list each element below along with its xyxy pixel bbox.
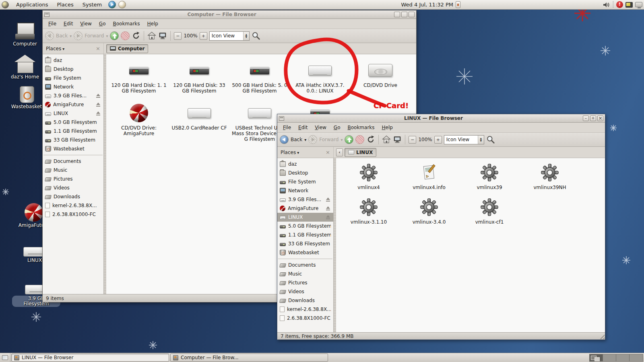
sidebar-item[interactable]: Documents [277,261,333,269]
close-button[interactable] [597,115,603,121]
file-item[interactable]: vmlinux4.info [399,162,459,190]
file-item[interactable]: vmlinux-3.4.0 [399,197,459,225]
zoom-in-button[interactable] [434,136,442,144]
forward-dropdown-icon[interactable] [106,33,108,39]
file-item[interactable]: 120 GB Hard Disk: 1. 1 GB Filesystem [109,60,169,94]
menu-bookmarks[interactable]: Bookmarks [344,123,378,132]
file-item[interactable]: vmlinux-cf1 [459,197,520,225]
spinner-down-icon[interactable] [480,140,482,142]
places-close-icon[interactable]: × [326,149,330,155]
spinner-down-icon[interactable] [245,36,247,38]
volume-icon[interactable] [602,1,610,9]
sidebar-item[interactable]: 3.9 GB Files... [277,195,333,204]
resize-grip[interactable] [599,333,605,339]
location-button-linux[interactable]: LINUX [345,148,376,157]
window-menu-icon[interactable] [44,12,50,17]
sidebar-item[interactable]: Documents [43,157,103,166]
menu-go[interactable]: Go [330,123,344,132]
eject-icon[interactable] [95,93,101,98]
launcher-icon[interactable] [118,1,126,8]
sidebar-item[interactable]: Videos [43,183,103,192]
sidebar-item[interactable]: Music [43,166,103,175]
eject-icon[interactable] [95,111,101,116]
computer-button[interactable] [158,31,167,40]
menu-view[interactable]: View [77,20,95,28]
battery-icon[interactable] [456,1,460,8]
file-item[interactable]: ATA iHathc iXXV.3.7. 0.0.: LINUX [290,60,350,94]
titlebar[interactable]: LINUX — File Browser [277,114,605,123]
home-button[interactable] [382,135,391,144]
sidebar-item[interactable]: 1.1 GB Filesystem [43,127,103,136]
maximize-button[interactable] [401,12,407,17]
sidebar-item[interactable]: AmigaFuture [277,204,333,213]
workspace-4[interactable] [630,354,643,361]
eject-icon[interactable] [325,206,331,211]
menu-go[interactable]: Go [96,20,109,28]
file-item[interactable]: USB2.0 CardReader CF [169,103,229,142]
minimize-button[interactable] [583,115,589,121]
desktop-icon-computer[interactable]: Computer [6,23,43,47]
zoom-out-button[interactable] [409,136,416,144]
sidebar-item[interactable]: Wastebasket [277,248,333,257]
back-button[interactable] [45,31,54,40]
web-browser-launcher-icon[interactable] [108,1,116,8]
sidebar-item[interactable]: 33 GB Filesystem [43,136,103,144]
sidebar-item[interactable]: kernel-2.6.38.8X... [277,305,333,314]
minimize-button[interactable] [394,12,400,17]
sidebar-item[interactable]: File System [277,177,333,186]
sidebar-item[interactable]: Music [277,269,333,278]
sidebar-item[interactable]: 2.6.38.8X1000-FC [277,314,333,323]
refresh-button[interactable] [132,31,140,40]
places-dropdown[interactable]: Places [281,150,299,155]
eject-icon[interactable] [325,215,331,220]
stop-button[interactable] [355,135,364,144]
places-dropdown[interactable]: Places [46,46,64,51]
sidebar-item[interactable]: Videos [277,287,333,296]
sidebar-item[interactable]: Network [277,186,333,195]
workspace-1[interactable] [590,354,603,361]
sidebar-item[interactable]: kernel-2.6.38.8X... [43,201,103,210]
menu-edit[interactable]: Edit [295,123,311,132]
menu-bookmarks[interactable]: Bookmarks [109,20,143,28]
view-mode-spinner[interactable] [243,32,249,40]
places-close-icon[interactable]: × [96,45,100,51]
workspace-2[interactable] [603,354,616,361]
back-dropdown-icon[interactable] [304,137,306,142]
sidebar-item[interactable]: Desktop [43,65,103,74]
maximize-button[interactable] [590,115,596,121]
sidebar-item[interactable]: 5.0 GB Filesystem [43,118,103,127]
path-scroll-left-button[interactable] [336,148,343,156]
view-mode-select[interactable]: Icon View [209,31,250,41]
menu-view[interactable]: View [312,123,329,132]
menu-file[interactable]: File [280,123,294,132]
sidebar-item[interactable]: Pictures [43,175,103,183]
zoom-in-button[interactable] [200,32,207,40]
sidebar-item[interactable]: LINUX [43,109,103,118]
update-notifier-icon[interactable] [616,1,623,8]
sidebar-item[interactable]: File System [43,74,103,82]
eject-icon[interactable] [95,102,101,107]
sidebar-item[interactable]: Pictures [277,278,333,287]
file-item[interactable]: vmlinux-3.1.10 [339,197,399,225]
up-button[interactable] [110,31,119,40]
desktop-icon-home[interactable]: daz's Home [6,55,43,80]
zoom-out-button[interactable] [174,32,182,40]
sidebar-item[interactable]: Wastebasket [43,144,103,153]
eject-icon[interactable] [325,197,331,202]
sidebar-item[interactable]: 1.1 GB Filesystem [277,230,333,239]
sidebar-item[interactable]: daz [43,56,103,65]
location-button-computer[interactable]: Computer [106,44,148,53]
menu-places[interactable]: Places [53,1,77,8]
sidebar-item[interactable]: Downloads [277,296,333,305]
sidebar-item[interactable]: 3.9 GB Files... [43,91,103,100]
file-item[interactable]: vmlinux4 [339,162,399,190]
sidebar-item[interactable]: LINUX [277,213,333,222]
notification-monitor-icon[interactable] [635,2,642,7]
view-mode-select[interactable]: Icon View [444,135,484,144]
search-button[interactable] [486,135,495,144]
titlebar[interactable]: Computer — File Browser [43,10,416,19]
search-button[interactable] [252,31,260,40]
menu-help[interactable]: Help [379,123,396,132]
window-menu-icon[interactable] [279,116,284,121]
task-button-linux[interactable]: LINUX — File Browser [11,354,169,362]
